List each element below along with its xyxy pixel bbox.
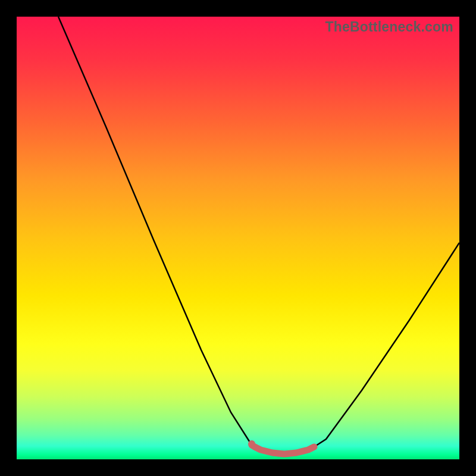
trough-highlight [252,445,314,454]
trough-start-dot [248,440,255,447]
chart-plot-area: TheBottleneck.com [17,17,459,459]
bottleneck-curve [58,17,459,454]
chart-svg [17,17,459,459]
chart-frame: TheBottleneck.com [0,0,476,476]
